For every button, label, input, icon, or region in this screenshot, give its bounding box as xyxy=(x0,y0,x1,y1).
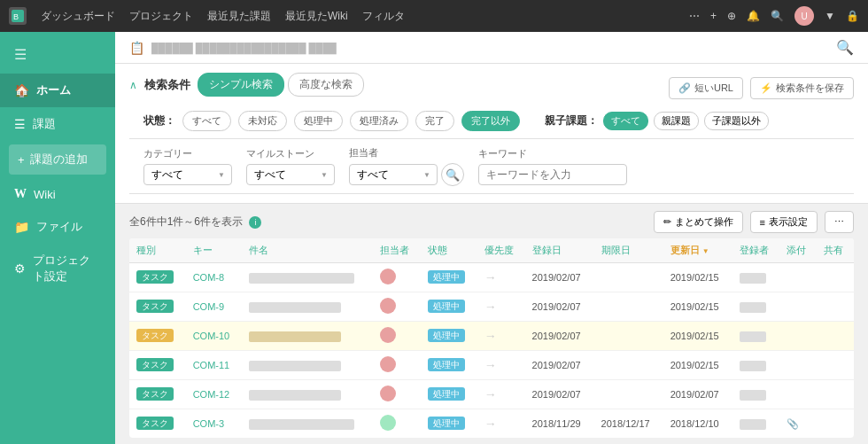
category-select-wrapper: すべて xyxy=(143,164,232,185)
cell-shared xyxy=(817,292,854,322)
cell-assignee xyxy=(373,292,421,322)
main-header-search[interactable]: 🔍 xyxy=(836,39,854,56)
app-logo: B xyxy=(9,7,27,25)
priority-icon: → xyxy=(484,417,497,431)
cell-registered: 2019/02/07 xyxy=(525,351,594,380)
avatar[interactable]: U xyxy=(794,6,814,26)
cell-key[interactable]: COM-9 xyxy=(186,292,242,322)
type-tag: タスク xyxy=(136,300,174,313)
issue-key-link[interactable]: COM-8 xyxy=(193,272,224,283)
cell-assignee xyxy=(373,322,421,351)
sidebar-item-wiki[interactable]: W Wiki xyxy=(0,178,115,210)
status-btn-processing[interactable]: 処理中 xyxy=(294,111,343,131)
sidebar-label-wiki: Wiki xyxy=(34,188,56,201)
cell-subject[interactable] xyxy=(242,409,373,439)
search-icon[interactable]: 🔍 xyxy=(771,10,784,22)
sidebar-item-add-issue[interactable]: + 課題の追加 xyxy=(9,144,106,175)
cell-registered: 2019/02/07 xyxy=(525,380,594,409)
nav-dashboard[interactable]: ダッシュボード xyxy=(41,9,115,24)
main-content: 📋 ██████ ████████████████ ████ 🔍 ∧ 検索条件 … xyxy=(115,32,868,444)
chevron-down-icon[interactable]: ▼ xyxy=(825,10,835,22)
sidebar-item-home[interactable]: 🏠 ホーム xyxy=(0,74,115,107)
add-icon[interactable]: + xyxy=(710,10,717,22)
cell-key[interactable]: COM-11 xyxy=(186,351,242,380)
nav-projects[interactable]: プロジェクト xyxy=(129,9,193,24)
grid-icon[interactable]: ⊕ xyxy=(727,10,736,22)
type-tag: タスク xyxy=(136,270,174,284)
assignee-search-icon[interactable]: 🔍 xyxy=(441,163,464,186)
nav-recent-issues[interactable]: 最近見た課題 xyxy=(207,9,271,24)
status-btn-new[interactable]: 未対応 xyxy=(238,111,287,131)
sidebar-item-files[interactable]: 📁 ファイル xyxy=(0,210,115,244)
status-filter-label: 状態： xyxy=(143,113,175,129)
cell-shared xyxy=(817,409,854,439)
cell-subject[interactable] xyxy=(242,380,373,409)
status-badge: 処理中 xyxy=(428,387,465,401)
cell-key[interactable]: COM-3 xyxy=(186,409,242,439)
col-registrant: 登録者 xyxy=(732,238,780,263)
more-action-button-top[interactable]: ⋯ xyxy=(825,211,854,233)
nav-recent-wiki[interactable]: 最近見たWiki xyxy=(285,9,348,24)
assignee-select[interactable]: すべて xyxy=(349,164,438,185)
col-subject[interactable]: 件名 xyxy=(242,238,373,263)
status-btn-not-done[interactable]: 完了以外 xyxy=(461,111,520,131)
category-select[interactable]: すべて xyxy=(143,164,232,185)
status-badge: 処理中 xyxy=(428,329,465,342)
type-tag: タスク xyxy=(136,329,174,342)
folder-icon: 📁 xyxy=(14,220,29,234)
cell-priority: → xyxy=(477,292,525,322)
parent-btn-except-child[interactable]: 子課題以外 xyxy=(704,112,769,130)
more-icon[interactable]: ⋯ xyxy=(689,10,700,22)
status-btn-processed[interactable]: 処理済み xyxy=(350,111,408,131)
cell-key[interactable]: COM-12 xyxy=(186,380,242,409)
keyword-input[interactable] xyxy=(478,164,627,185)
parent-btn-all[interactable]: すべて xyxy=(603,112,648,130)
sidebar: ☰ 🏠 ホーム ☰ 課題 + 課題の追加 W Wiki 📁 ファイル ⚙ プロジ… xyxy=(0,32,115,444)
display-settings-button-top[interactable]: ≡ 表示設定 xyxy=(750,211,818,233)
edit-icon: ✏ xyxy=(663,216,671,228)
cell-subject[interactable] xyxy=(242,292,373,322)
tab-simple-search[interactable]: シンプル検索 xyxy=(198,73,284,97)
issue-key-link[interactable]: COM-11 xyxy=(193,360,230,370)
issue-key-link[interactable]: COM-10 xyxy=(193,331,230,341)
cell-key[interactable]: COM-8 xyxy=(186,263,242,292)
sidebar-toggle[interactable]: ☰ xyxy=(0,39,115,70)
issue-key-link[interactable]: COM-3 xyxy=(193,418,224,429)
col-updated[interactable]: 更新日 ▼ xyxy=(663,238,732,263)
table-row: タスク COM-11 処理中 → 2019/02/07 2019/02/15 xyxy=(129,351,854,380)
status-btn-done[interactable]: 完了 xyxy=(415,111,454,131)
short-url-button[interactable]: 🔗 短いURL xyxy=(669,77,743,99)
filter-group-keyword: キーワード xyxy=(478,147,627,185)
registrant-text xyxy=(740,331,766,342)
col-due[interactable]: 期限日 xyxy=(594,238,663,263)
cell-assignee xyxy=(373,263,421,292)
sidebar-item-issues[interactable]: ☰ 課題 xyxy=(0,107,115,141)
cell-subject[interactable] xyxy=(242,351,373,380)
save-conditions-button[interactable]: ⚡ 検索条件を保存 xyxy=(750,77,854,99)
search-tabs: シンプル検索 高度な検索 xyxy=(198,73,364,97)
cell-type: タスク xyxy=(129,292,186,322)
type-tag: タスク xyxy=(136,387,174,401)
table-summary-bottom: 全6件中1件～6件を表示 i ✏ まとめて操作 ≡ 表示設定 xyxy=(129,438,854,444)
col-registered[interactable]: 登録日 xyxy=(525,238,594,263)
issue-key-link[interactable]: COM-12 xyxy=(193,389,230,400)
nav-filter[interactable]: フィルタ xyxy=(362,9,405,24)
assignee-avatar xyxy=(380,415,396,431)
bell-icon[interactable]: 🔔 xyxy=(747,10,760,22)
subject-text xyxy=(249,302,341,313)
milestone-select[interactable]: すべて xyxy=(246,164,335,185)
cell-subject[interactable] xyxy=(242,322,373,351)
chevron-icon[interactable]: ∧ xyxy=(129,79,137,91)
issue-key-link[interactable]: COM-9 xyxy=(193,301,224,312)
parent-btn-parent[interactable]: 親課題 xyxy=(654,112,699,130)
tab-advanced-search[interactable]: 高度な検索 xyxy=(288,73,364,97)
cell-key[interactable]: COM-10 xyxy=(186,322,242,351)
cell-subject[interactable] xyxy=(242,263,373,292)
status-btn-all[interactable]: すべて xyxy=(182,111,231,131)
filter-group-milestone: マイルストーン すべて xyxy=(246,147,335,185)
registrant-text xyxy=(740,302,766,313)
top-nav-icons: ⋯ + ⊕ 🔔 🔍 U ▼ 🔒 xyxy=(689,6,859,26)
col-key[interactable]: キー xyxy=(186,238,242,263)
sidebar-item-settings[interactable]: ⚙ プロジェクト設定 xyxy=(0,244,115,293)
bulk-action-button-top[interactable]: ✏ まとめて操作 xyxy=(654,211,743,233)
